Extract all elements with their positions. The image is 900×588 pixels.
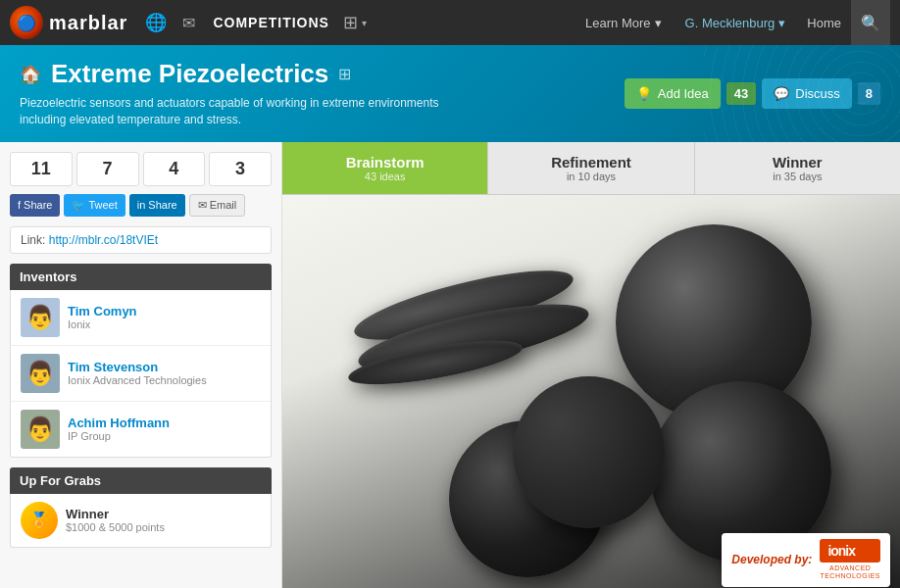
home-icon: 🏠 [20, 64, 41, 85]
phase-tabs: Brainstorm 43 ideas Refinement in 10 day… [282, 142, 900, 195]
share-link-row: Link: http://mblr.co/18tVIEt [10, 226, 272, 254]
tab-winner[interactable]: Winner in 35 days [695, 142, 900, 194]
inventor-info: Tim Stevenson Ionix Advanced Technologie… [68, 360, 261, 386]
stat-3: 4 [143, 152, 206, 186]
twitter-share-button[interactable]: 🐦 Tweet [64, 194, 125, 217]
user-dropdown-arrow: ▾ [778, 16, 785, 30]
banner-left: 🏠 Extreme Piezoelectrics ⊞ Piezoelectric… [20, 59, 625, 128]
grabs-list: 🏅 Winner $1000 & 5000 points [10, 494, 272, 548]
lightbulb-icon: 💡 [636, 86, 652, 101]
social-share-row: f Share 🐦 Tweet in Share ✉ Email [10, 194, 272, 217]
logo[interactable]: 🔵 marblar [10, 6, 127, 39]
grabs-title: Winner [66, 507, 261, 521]
facebook-icon: f [18, 199, 21, 211]
avatar: 👨 [21, 298, 60, 337]
stat-2: 7 [76, 152, 139, 186]
main-content: 11 7 4 3 f Share 🐦 Tweet in Share ✉ Emai… [0, 142, 900, 588]
grid-dropdown-arrow[interactable]: ▾ [362, 18, 367, 28]
inventors-header: Inventors [10, 264, 272, 290]
facebook-share-button[interactable]: f Share [10, 194, 60, 217]
search-button[interactable]: 🔍 [851, 0, 890, 45]
competition-description: Piezoelectric sensors and actuators capa… [20, 95, 461, 128]
grabs-section: Up For Grabs 🏅 Winner $1000 & 5000 point… [10, 467, 272, 548]
banner-pattern [704, 45, 900, 142]
user-menu[interactable]: G. Mecklenburg ▾ [685, 16, 786, 30]
learn-more-arrow: ▾ [655, 16, 662, 30]
inventor-name[interactable]: Tim Stevenson [68, 360, 261, 374]
tab-refinement[interactable]: Refinement in 10 days [488, 142, 694, 194]
tab-sub: in 10 days [498, 171, 683, 182]
tab-label: Winner [705, 154, 890, 171]
list-item: 👨 Tim Stevenson Ionix Advanced Technolog… [11, 346, 271, 402]
mail-icon[interactable]: ✉ [182, 14, 195, 32]
twitter-icon: 🐦 [72, 199, 85, 212]
avatar: 👨 [21, 410, 60, 449]
grabs-value: $1000 & 5000 points [66, 521, 261, 533]
link-label: Link: [21, 233, 45, 247]
tab-label: Refinement [498, 154, 683, 171]
inventor-org: IP Group [68, 430, 261, 442]
inventor-org: Ionix [68, 318, 261, 330]
share-link[interactable]: http://mblr.co/18tVIEt [49, 233, 158, 247]
linkedin-share-button[interactable]: in Share [129, 194, 185, 217]
avatar: 👨 [21, 354, 60, 393]
inventor-name[interactable]: Achim Hoffmann [68, 416, 261, 430]
logo-icon: 🔵 [10, 6, 43, 39]
list-item: 🏅 Winner $1000 & 5000 points [11, 494, 271, 547]
tab-label: Brainstorm [292, 154, 477, 171]
competition-title: Extreme Piezoelectrics [51, 59, 328, 89]
banner-title-row: 🏠 Extreme Piezoelectrics ⊞ [20, 59, 625, 89]
email-icon: ✉ [198, 199, 207, 212]
email-share-button[interactable]: ✉ Email [189, 194, 246, 217]
stats-row: 11 7 4 3 [10, 152, 272, 186]
search-icon: 🔍 [861, 14, 880, 32]
globe-icon[interactable]: 🌐 [145, 12, 167, 33]
disc-7 [513, 376, 665, 528]
competition-image: Developed by: ionix ADVANCEDTECHNOLOGIES [282, 195, 900, 588]
grid-icon[interactable]: ⊞ [343, 12, 358, 33]
stat-1: 11 [10, 152, 73, 186]
inventor-name[interactable]: Tim Comyn [68, 304, 261, 318]
sidebar: 11 7 4 3 f Share 🐦 Tweet in Share ✉ Emai… [0, 142, 282, 588]
competitions-nav-link[interactable]: COMPETITIONS [213, 15, 329, 30]
logo-text: marblar [49, 12, 127, 34]
list-item: 👨 Achim Hoffmann IP Group [11, 402, 271, 457]
inventor-info: Tim Comyn Ionix [68, 304, 261, 330]
prize-icon: 🏅 [21, 502, 58, 539]
competition-banner: 🏠 Extreme Piezoelectrics ⊞ Piezoelectric… [0, 45, 900, 142]
developer-badge: Developed by: ionix ADVANCEDTECHNOLOGIES [722, 533, 890, 587]
stat-4: 3 [209, 152, 272, 186]
tab-sub: 43 ideas [292, 171, 477, 182]
home-link[interactable]: Home [807, 16, 841, 30]
ionix-logo: ionix [820, 539, 880, 563]
tab-sub: in 35 days [705, 171, 890, 182]
grabs-header: Up For Grabs [10, 467, 272, 494]
inventors-list: 👨 Tim Comyn Ionix 👨 Tim Stevenson Ionix … [10, 290, 272, 458]
banner-grid-icon[interactable]: ⊞ [338, 65, 351, 83]
inventor-org: Ionix Advanced Technologies [68, 374, 261, 386]
ionix-sub: ADVANCEDTECHNOLOGIES [820, 564, 880, 581]
top-navigation: 🔵 marblar 🌐 ✉ COMPETITIONS ⊞ ▾ Learn Mor… [0, 0, 900, 45]
developer-label: Developed by: [731, 553, 812, 566]
inventor-info: Achim Hoffmann IP Group [68, 416, 261, 442]
piezo-image: Developed by: ionix ADVANCEDTECHNOLOGIES [282, 195, 900, 588]
right-content: Brainstorm 43 ideas Refinement in 10 day… [282, 142, 900, 588]
linkedin-icon: in [137, 199, 146, 211]
ionix-logo-area: ionix ADVANCEDTECHNOLOGIES [820, 539, 880, 581]
grabs-info: Winner $1000 & 5000 points [66, 507, 261, 533]
list-item: 👨 Tim Comyn Ionix [11, 290, 271, 346]
learn-more-link[interactable]: Learn More ▾ [585, 16, 661, 30]
tab-brainstorm[interactable]: Brainstorm 43 ideas [282, 142, 488, 194]
